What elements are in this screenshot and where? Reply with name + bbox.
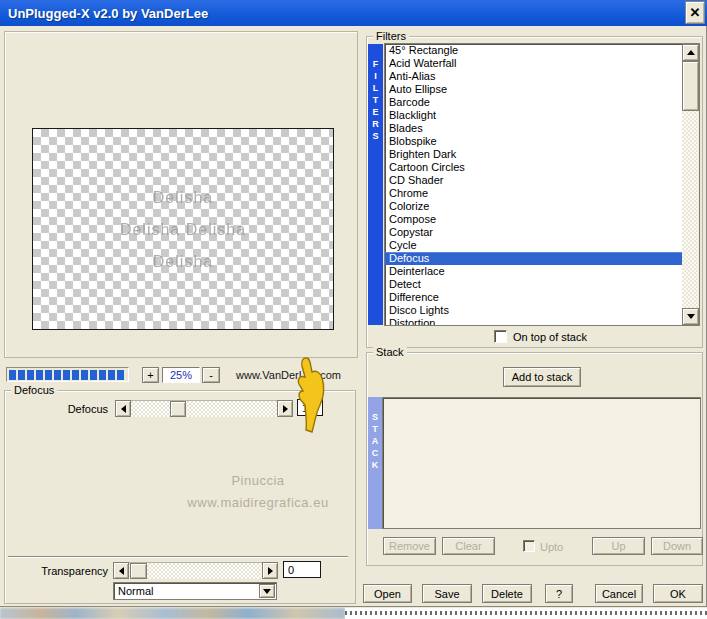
scroll-up-icon[interactable]	[682, 44, 699, 61]
progress-segment	[54, 370, 61, 380]
filter-item[interactable]: Cartoon Circles	[385, 161, 682, 174]
defocus-slider-left-icon[interactable]	[115, 400, 131, 417]
filter-item[interactable]: Compose	[385, 213, 682, 226]
filter-item[interactable]: Difference	[385, 291, 682, 304]
filters-list[interactable]: 45° RectangleAcid WaterfallAnti-AliasAut…	[384, 43, 700, 326]
upto-checkbox[interactable]	[523, 540, 535, 552]
transparency-slider-track[interactable]	[129, 562, 262, 579]
stack-group-title: Stack	[373, 346, 407, 358]
filter-item[interactable]: 45° Rectangle	[385, 44, 682, 57]
filter-item[interactable]: Acid Waterfall	[385, 57, 682, 70]
unpluggedx-dialog: UnPlugged-X v2.0 by VanDerLee ✕ Delisha …	[0, 0, 707, 607]
transparency-slider-right-icon[interactable]	[262, 562, 278, 579]
help-button[interactable]: ?	[545, 584, 573, 603]
transparency-value-input[interactable]	[283, 561, 321, 578]
on-top-of-stack-checkbox[interactable]	[494, 330, 507, 343]
filter-item[interactable]: Disco Lights	[385, 304, 682, 317]
author-watermark-name: Pinuccia	[160, 470, 356, 492]
render-progress-bar	[6, 367, 129, 382]
progress-segment	[27, 370, 34, 380]
defocus-slider-track[interactable]	[131, 400, 277, 417]
filter-item[interactable]: Copystar	[385, 226, 682, 239]
filter-item[interactable]: Detect	[385, 278, 682, 291]
transparency-slider-thumb[interactable]	[130, 563, 147, 579]
scroll-down-icon[interactable]	[682, 308, 699, 325]
filters-strip: FILTERS	[368, 44, 383, 325]
titlebar[interactable]: UnPlugged-X v2.0 by VanDerLee	[0, 0, 707, 26]
filter-item[interactable]: Brighten Dark	[385, 148, 682, 161]
stack-strip: STACK	[368, 397, 382, 529]
filter-item[interactable]: Cycle	[385, 239, 682, 252]
defocus-slider-right-icon[interactable]	[277, 400, 293, 417]
progress-segment	[108, 370, 115, 380]
progress-segment	[72, 370, 79, 380]
add-to-stack-button[interactable]: Add to stack	[503, 367, 581, 387]
remove-button[interactable]: Remove	[383, 537, 436, 555]
progress-segment	[117, 370, 124, 380]
defocus-slider-label: Defocus	[40, 403, 108, 415]
clear-button[interactable]: Clear	[442, 537, 495, 555]
hand-cursor-icon	[292, 355, 328, 433]
filter-item[interactable]: CD Shader	[385, 174, 682, 187]
desktop-window-right	[345, 608, 707, 619]
filter-item[interactable]: Colorize	[385, 200, 682, 213]
progress-segment	[99, 370, 106, 380]
progress-segment	[9, 370, 16, 380]
up-button[interactable]: Up	[592, 537, 645, 555]
progress-segment	[81, 370, 88, 380]
author-watermark: Pinuccia www.maidiregrafica.eu	[160, 470, 356, 514]
desktop-wallpaper-left	[0, 608, 345, 619]
filter-item[interactable]: Barcode	[385, 96, 682, 109]
filters-list-rows: 45° RectangleAcid WaterfallAnti-AliasAut…	[385, 44, 682, 326]
progress-segment	[18, 370, 25, 380]
preview-watermark-line: Delisha	[33, 253, 333, 271]
blend-mode-value: Normal	[118, 585, 153, 597]
window-title: UnPlugged-X v2.0 by VanDerLee	[0, 6, 208, 21]
filter-item[interactable]: Anti-Alias	[385, 70, 682, 83]
filter-item[interactable]: Chrome	[385, 187, 682, 200]
filters-group-title: Filters	[373, 30, 409, 42]
open-button[interactable]: Open	[363, 584, 412, 603]
preview-watermark-line: Delisha	[33, 189, 333, 207]
desktop-background	[0, 608, 707, 619]
close-icon[interactable]: ✕	[685, 1, 705, 24]
preview-image[interactable]: Delisha Delisha Delisha Delisha	[32, 128, 334, 330]
filter-item[interactable]: Blobspike	[385, 135, 682, 148]
zoom-out-button[interactable]: -	[202, 367, 220, 383]
defocus-group-title: Defocus	[11, 384, 57, 396]
progress-segment	[36, 370, 43, 380]
cancel-button[interactable]: Cancel	[595, 584, 643, 603]
filter-item[interactable]: Distortion	[385, 317, 682, 326]
zoom-in-button[interactable]: +	[142, 367, 159, 383]
progress-segment	[45, 370, 52, 380]
delete-button[interactable]: Delete	[482, 584, 532, 603]
on-top-of-stack-label: On top of stack	[513, 331, 587, 343]
stack-list[interactable]	[382, 397, 701, 529]
zoom-level-field: 25%	[162, 367, 200, 383]
author-watermark-site: www.maidiregrafica.eu	[160, 492, 356, 514]
filter-item[interactable]: Blacklight	[385, 109, 682, 122]
down-button[interactable]: Down	[651, 537, 703, 555]
save-button[interactable]: Save	[422, 584, 472, 603]
filter-item[interactable]: Deinterlace	[385, 265, 682, 278]
filters-scrollbar[interactable]	[682, 44, 699, 326]
defocus-slider-thumb[interactable]	[170, 401, 186, 417]
progress-segment	[63, 370, 70, 380]
progress-segment	[90, 370, 97, 380]
filter-item[interactable]: Blades	[385, 122, 682, 135]
ok-button[interactable]: OK	[653, 584, 703, 603]
preview-panel: Delisha Delisha Delisha Delisha	[4, 31, 358, 358]
transparency-label: Transparency	[28, 565, 108, 577]
blend-mode-select[interactable]: Normal	[113, 582, 277, 600]
scrollbar-thumb[interactable]	[682, 61, 699, 111]
transparency-slider-left-icon[interactable]	[113, 562, 129, 579]
screen: UnPlugged-X v2.0 by VanDerLee ✕ Delisha …	[0, 0, 707, 619]
chevron-down-icon[interactable]	[259, 584, 275, 598]
filter-item[interactable]: Defocus	[385, 252, 682, 265]
upto-label: Upto	[540, 541, 563, 553]
filter-item[interactable]: Auto Ellipse	[385, 83, 682, 96]
separator	[8, 556, 348, 558]
preview-watermark-line: Delisha Delisha	[33, 221, 333, 239]
